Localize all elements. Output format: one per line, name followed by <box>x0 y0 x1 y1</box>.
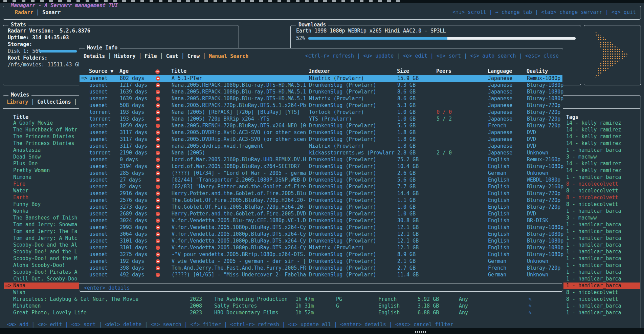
search-result-row[interactable]: torrent2190 daysNana (2005)kickasstorren… <box>80 150 562 156</box>
movie-runtime: 1h 47m <box>295 296 314 302</box>
search-result-row[interactable]: usenet3101 daysV.for.Vendetta.2005.1080p… <box>80 238 562 245</box>
movie-row[interactable]: Minutemen2008Salty Pictures1h 31mGEnglis… <box>3 303 640 310</box>
col-source[interactable]: Source ▼ <box>89 68 113 74</box>
tab-details[interactable]: Details <box>81 53 108 59</box>
col-rejected no-entry-icon[interactable] <box>155 69 160 74</box>
movie-row[interactable]: Miraculous: Ladybug & Cat Noir, The Movi… <box>3 296 640 303</box>
edit-pencil-icon[interactable]: ✎ <box>529 296 532 302</box>
root-folder-value: /nfs/movies: 11511.43 GB <box>8 62 81 68</box>
cell-source: usenet <box>89 272 108 278</box>
col-language[interactable]: Language <box>488 68 512 74</box>
cell-source: usenet <box>89 89 108 95</box>
col-quality[interactable]: Quality <box>527 68 548 74</box>
tab-library[interactable]: Library <box>4 99 31 105</box>
search-result-row[interactable]: usenet82 days[02/83] "Harry.Potter.and.t… <box>80 184 562 190</box>
movie-title: Scooby-Doo and the Al <box>13 242 77 248</box>
tab-manual-search[interactable]: Manual Search <box>206 53 251 59</box>
cell-language: English <box>488 191 509 196</box>
movie-tag: 1 - hamilcar_barca <box>566 222 621 228</box>
no-entry-icon <box>156 232 160 236</box>
search-result-row[interactable]: usenet1639 daysNana.2005.REPACK.1080p.Bl… <box>80 89 562 96</box>
tab-cast[interactable]: Cast <box>163 53 181 59</box>
cell-source: usenet <box>89 238 108 244</box>
movie-row[interactable]: Great Photo, Lovely Life2023HBO Document… <box>3 310 640 316</box>
cell-indexer: DrunkenSlug (Prowlarr) <box>309 265 376 271</box>
col-indexer[interactable]: Indexer <box>309 68 330 74</box>
search-result-row[interactable]: usenet1639 daysNana.2005.REPACK.1080p.Bl… <box>80 96 562 102</box>
col-title[interactable]: Title <box>171 68 186 74</box>
no-entry-icon <box>156 218 160 223</box>
cell-size: 2.7 GB <box>397 265 416 271</box>
tab-sonarr[interactable]: Sonarr <box>39 9 64 16</box>
selection-arrow: => <box>81 76 87 81</box>
cell-indexer: DrunkenSlug (Prowlarr) <box>309 137 376 142</box>
search-result-row[interactable]: usenet2576 daysThe.Goblet.Of.Fire.2005.B… <box>80 197 562 204</box>
search-result-row[interactable]: =>usenet802 daysA 5.1-PTerMiatrix (Prowl… <box>80 75 562 82</box>
search-result-row[interactable]: usenet3117 daysNana.2005.DVDRip.XviD.AC3… <box>80 136 562 143</box>
search-result-row[interactable]: usenet0 daysLord.of.War.2005.2160p.BluRa… <box>80 156 562 163</box>
search-result-row[interactable]: usenet3101 daysV.for.Vendetta.2005.1080p… <box>80 245 562 251</box>
movie-certification: G <box>336 303 339 309</box>
col-peers[interactable]: Peers <box>436 68 451 74</box>
cell-source: usenet <box>89 184 108 190</box>
search-result-row[interactable]: usenet27 days[02/44] "Transporter 2.2005… <box>80 177 562 184</box>
bottom-clipped-row <box>0 328 644 334</box>
cell-size: 10.4 GB <box>397 164 419 169</box>
search-result-row[interactable]: usenet3273 daysThe.Goblet.Of.Fire.2005.B… <box>80 204 562 211</box>
col-age[interactable]: Age <box>119 68 129 74</box>
col-size[interactable]: Size <box>397 68 409 74</box>
movie-tag: 1 - hamilcar_barca <box>566 208 621 214</box>
cell-title: Nana.2005.DVDRip.XviD.AC3-SVO (or other … <box>172 137 306 142</box>
search-result-row[interactable]: usenet3117 daysnana.2005.dvdrip.xvid.fra… <box>80 143 562 150</box>
edit-pencil-icon[interactable]: ✎ <box>529 310 532 316</box>
search-result-row[interactable]: usenet285 days(????) [01/34] - "Lord of … <box>80 170 562 177</box>
search-result-row[interactable]: torrent193 daysNana (2005) [REPACK] [720… <box>80 109 562 116</box>
cell-age: 3117 days <box>120 143 147 149</box>
search-result-row[interactable]: usenet492 days(????) [01/65] - "Miss Und… <box>80 272 562 278</box>
clipped-text-artifact <box>3 0 403 2</box>
search-result-row[interactable]: usenet2993 daysV.for.Vendetta.2005.1080p… <box>80 224 562 231</box>
cell-source: usenet <box>89 197 108 203</box>
search-result-row[interactable]: usenet3275 days-"V pour vendetta.2005.BR… <box>80 251 562 258</box>
search-result-row[interactable]: usenet508 daysNana.2005.REPACK.720p.BluR… <box>80 102 562 109</box>
movie-availability: Any <box>459 310 468 316</box>
disk-usage-label: Disk 1: 56% <box>8 48 41 54</box>
cell-size: 8.6 GB <box>397 89 416 95</box>
tab-file[interactable]: File <box>142 53 160 59</box>
download-progress-fill <box>308 37 447 40</box>
tab-crew[interactable]: Crew <box>184 53 203 59</box>
movie-studio: HBO Documentary Films <box>214 310 279 316</box>
search-result-row[interactable]: usenet2689 daysHarry.Potter.and.the.Gobl… <box>80 211 562 217</box>
search-result-row[interactable]: usenet1217 daysNana.2005.REPACK.1080p.Bl… <box>80 82 562 89</box>
search-result-row[interactable]: usenet398 daysTom.And.Jerry.The.Fast.And… <box>80 265 562 272</box>
movie-title: Wonka <box>13 208 28 214</box>
search-result-row[interactable]: usenet1059 daysNana.2005.FRENCH.720p.Blu… <box>80 123 562 129</box>
cell-quality: Unknown <box>527 170 548 176</box>
search-result-row[interactable]: torrent193 daysNana (2005) 720p BRRip x2… <box>80 116 562 123</box>
movie-title: Plus One <box>13 161 38 167</box>
tab-radarr[interactable]: Radarr <box>12 9 36 16</box>
cell-source: usenet <box>89 164 108 169</box>
search-result-row[interactable]: usenet192 daysV wie Vendetta - 2005 - ge… <box>80 258 562 265</box>
movie-year: 2023 <box>190 310 202 316</box>
no-entry-icon <box>156 117 160 121</box>
cell-age: 802 days <box>120 76 144 81</box>
search-result-row[interactable]: usenet3194 daysLord.of.War.2005.1080p.Bl… <box>80 163 562 170</box>
tab-collections[interactable]: Collections <box>34 99 74 105</box>
search-result-row[interactable]: usenet2916 daysHarry.Potter.and.the.Gobl… <box>80 190 562 197</box>
search-result-row[interactable]: usenet3024 daysV.for.Vendetta.2005.Blu-r… <box>80 217 562 224</box>
cell-quality: Bluray-720p <box>527 265 560 271</box>
cell-source: usenet <box>89 82 108 88</box>
movie-tag: 1 - hamilcar_barca <box>566 303 621 309</box>
search-result-row[interactable]: usenet3064 daysV.for.Vendetta.2005.1080p… <box>80 231 562 238</box>
search-result-row[interactable]: usenet3117 daysNana.2005.DVDRip.XviD.AC3… <box>80 129 562 136</box>
edit-pencil-icon[interactable]: ✎ <box>529 303 532 309</box>
movie-tag: 1 - hamilcar_barca <box>566 174 621 180</box>
movie-title: Earth <box>13 195 28 201</box>
tab-history[interactable]: History <box>111 53 138 59</box>
no-entry-icon <box>156 158 160 162</box>
logo-box <box>584 25 641 85</box>
tab-separator: │ <box>108 53 111 59</box>
cell-age: 0 days <box>120 157 138 163</box>
movie-year: 2008 <box>190 303 202 309</box>
